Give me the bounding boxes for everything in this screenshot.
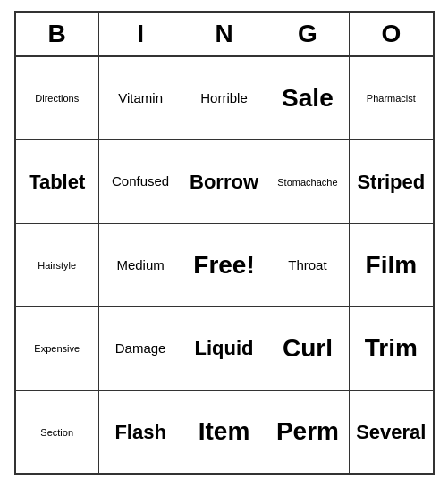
cell-text-3-4: Trim [365,335,418,363]
bingo-cell-2-3: Throat [266,224,350,306]
bingo-cell-2-0: Hairstyle [16,224,99,306]
header-letter-B: B [16,13,99,55]
bingo-cell-4-4: Several [350,391,432,473]
bingo-cell-2-1: Medium [99,224,182,306]
bingo-cell-3-4: Trim [350,307,432,390]
cell-text-4-2: Item [199,418,250,446]
cell-text-0-2: Horrible [200,91,248,106]
bingo-cell-4-0: Section [16,391,99,473]
cell-text-4-0: Section [40,427,73,438]
cell-text-0-0: Directions [35,93,79,104]
cell-text-3-0: Expensive [34,343,80,354]
cell-text-4-3: Perm [276,418,339,446]
cell-text-2-2: Free! [193,252,254,280]
bingo-cell-0-2: Horrible [182,57,266,139]
header-letter-I: I [99,13,182,55]
bingo-cell-1-3: Stomachache [266,140,350,222]
bingo-row-4: SectionFlashItemPermSeveral [16,391,433,473]
cell-text-1-0: Tablet [29,172,85,193]
bingo-cell-2-4: Film [350,224,432,306]
bingo-cell-0-1: Vitamin [99,57,182,139]
bingo-cell-3-2: Liquid [182,307,266,390]
bingo-cell-0-3: Sale [266,57,350,139]
header-letter-G: G [266,13,350,55]
bingo-cell-0-0: Directions [16,57,99,139]
cell-text-3-1: Damage [115,341,166,356]
cell-text-4-4: Several [356,422,426,443]
bingo-cell-1-2: Borrow [182,140,266,222]
cell-text-2-3: Throat [288,258,326,273]
cell-text-0-3: Sale [282,85,334,113]
bingo-header: BINGO [16,13,433,57]
bingo-cell-2-2: Free! [182,224,266,306]
bingo-cell-3-3: Curl [266,307,350,390]
cell-text-2-4: Film [366,252,418,280]
bingo-cell-1-1: Confused [99,140,182,222]
bingo-cell-3-0: Expensive [16,307,99,390]
cell-text-1-4: Striped [357,172,425,193]
bingo-cell-4-2: Item [182,391,266,473]
bingo-row-2: HairstyleMediumFree!ThroatFilm [16,224,433,307]
bingo-cell-1-0: Tablet [16,140,99,222]
cell-text-3-2: Liquid [195,338,254,359]
bingo-row-0: DirectionsVitaminHorribleSalePharmacist [16,57,433,140]
cell-text-4-1: Flash [114,422,165,443]
bingo-cell-4-1: Flash [99,391,182,473]
bingo-cell-0-4: Pharmacist [350,57,432,139]
header-letter-O: O [350,13,432,55]
bingo-body: DirectionsVitaminHorribleSalePharmacistT… [16,57,433,473]
cell-text-1-3: Stomachache [277,177,337,188]
bingo-card: BINGO DirectionsVitaminHorribleSalePharm… [14,11,435,475]
bingo-row-1: TabletConfusedBorrowStomachacheStriped [16,140,433,223]
cell-text-1-2: Borrow [190,172,258,193]
bingo-cell-4-3: Perm [266,391,350,473]
cell-text-0-1: Vitamin [118,91,163,106]
bingo-cell-3-1: Damage [99,307,182,390]
cell-text-2-0: Hairstyle [38,260,76,271]
header-letter-N: N [182,13,266,55]
cell-text-2-1: Medium [116,258,164,273]
bingo-row-3: ExpensiveDamageLiquidCurlTrim [16,307,433,390]
cell-text-0-4: Pharmacist [367,93,416,104]
bingo-cell-1-4: Striped [350,140,432,222]
cell-text-1-1: Confused [112,174,169,189]
cell-text-3-3: Curl [283,335,333,363]
